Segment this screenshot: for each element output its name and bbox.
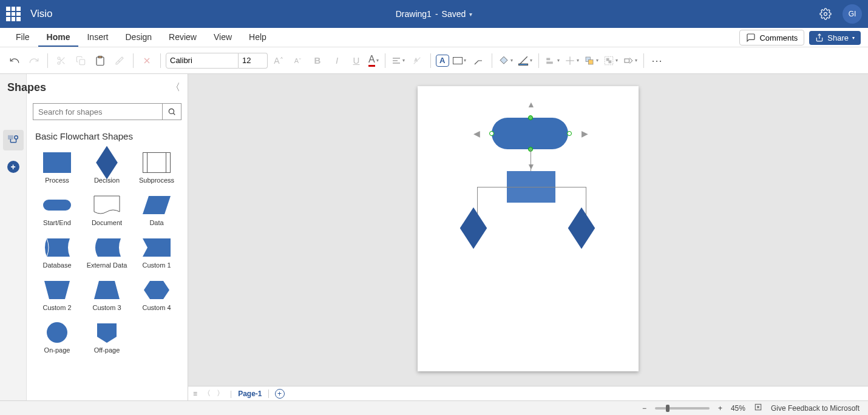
shape-decision[interactable]: Decision <box>83 150 131 186</box>
menu-bar: File Home Insert Design Review View Help… <box>0 28 868 47</box>
selection-handle[interactable] <box>489 131 494 136</box>
shape-subprocess[interactable]: Subprocess <box>132 150 181 186</box>
svg-text:A: A <box>415 58 418 62</box>
svg-point-3 <box>58 62 60 64</box>
svg-marker-38 <box>97 323 117 343</box>
svg-line-6 <box>59 59 61 61</box>
tab-list-icon[interactable]: ≡ <box>193 390 197 398</box>
selection-handle[interactable] <box>528 115 533 120</box>
copy-button[interactable] <box>72 52 89 69</box>
shape-tool-button[interactable]: ▾ <box>452 56 467 66</box>
align-shapes-button[interactable]: ▾ <box>544 54 561 67</box>
status-bar: − + 45% Give Feedback to Microsoft <box>0 400 868 415</box>
text-tool-button[interactable]: A <box>436 55 449 67</box>
underline-button[interactable]: U <box>348 52 365 69</box>
user-avatar[interactable]: GI <box>843 4 862 24</box>
shape-data[interactable]: Data <box>132 192 181 229</box>
shape-custom-2[interactable]: Custom 2 <box>33 277 81 314</box>
shape-custom-4[interactable]: Custom 4 <box>132 277 181 314</box>
arrange-button[interactable]: ▾ <box>583 54 600 67</box>
font-name-input[interactable] <box>166 53 239 69</box>
tab-design[interactable]: Design <box>117 29 160 47</box>
connector[interactable] <box>477 187 586 187</box>
font-size-input[interactable] <box>239 53 268 69</box>
share-button[interactable]: Share ▾ <box>809 31 861 45</box>
shape-custom-3[interactable]: Custom 3 <box>83 277 131 314</box>
shapes-panel-title: Shapes <box>7 81 46 94</box>
format-painter-button[interactable] <box>111 52 128 69</box>
svg-marker-35 <box>44 281 70 299</box>
shape-custom-1[interactable]: Custom 1 <box>132 235 181 271</box>
paste-button[interactable] <box>92 52 109 69</box>
app-launcher-icon[interactable] <box>6 7 21 21</box>
font-color-button[interactable]: A▾ <box>367 53 380 68</box>
fit-page-button[interactable] <box>754 403 762 413</box>
tab-review[interactable]: Review <box>160 29 205 47</box>
svg-marker-33 <box>143 196 171 214</box>
svg-rect-17 <box>546 61 553 64</box>
grow-font-button[interactable]: A˄ <box>270 52 287 69</box>
undo-button[interactable] <box>6 52 23 69</box>
feedback-link[interactable]: Give Feedback to Microsoft <box>771 404 860 413</box>
shapes-panel: Shapes 〈 + Basic Flowchart Shapes Proces… <box>0 74 188 400</box>
zoom-level[interactable]: 45% <box>731 404 745 413</box>
tab-home[interactable]: Home <box>38 29 79 47</box>
tab-insert[interactable]: Insert <box>78 29 117 47</box>
position-button[interactable]: ▾ <box>563 54 580 67</box>
svg-rect-21 <box>588 59 593 64</box>
comments-button[interactable]: Comments <box>739 30 804 46</box>
zoom-out-button[interactable]: − <box>642 404 646 413</box>
settings-icon[interactable] <box>819 8 832 20</box>
collapse-panel-button[interactable]: 〈 <box>171 81 180 94</box>
connector[interactable] <box>531 149 531 171</box>
doc-name: Drawing1 <box>396 9 432 19</box>
text-rotate-button[interactable]: A <box>409 52 426 69</box>
svg-rect-24 <box>609 61 611 63</box>
group-button[interactable]: ▾ <box>602 54 619 67</box>
drawing-page[interactable]: ▲ ◀ ▶ ▼ <box>418 86 639 371</box>
next-page-button[interactable]: 〉 <box>217 388 224 399</box>
shapes-search-input[interactable] <box>33 103 162 120</box>
zoom-slider[interactable] <box>655 407 710 410</box>
fill-color-button[interactable]: ▾ <box>497 54 514 67</box>
cut-button[interactable] <box>53 52 70 69</box>
autoconnect-arrow-icon[interactable]: ▲ <box>527 100 535 109</box>
change-shape-button[interactable]: ▾ <box>622 54 639 67</box>
align-button[interactable]: ▾ <box>390 55 406 67</box>
canvas[interactable]: ▲ ◀ ▶ ▼ <box>188 74 868 400</box>
tab-file[interactable]: File <box>7 29 38 47</box>
delete-button[interactable] <box>138 52 155 69</box>
bold-button[interactable]: B <box>309 52 326 69</box>
add-page-button[interactable]: + <box>275 389 285 399</box>
shape-external-data[interactable]: External Data <box>83 235 131 271</box>
shape-on-page[interactable]: On-page <box>33 320 81 356</box>
prev-page-button[interactable]: 〈 <box>203 388 211 399</box>
more-button[interactable]: ⋯ <box>649 52 666 69</box>
start-end-shape-selected[interactable] <box>492 118 568 149</box>
shape-process[interactable]: Process <box>33 150 81 186</box>
svg-point-31 <box>169 109 174 113</box>
connector-tool-button[interactable] <box>470 52 487 69</box>
document-title[interactable]: Drawing1 - Saved ▾ <box>396 9 473 19</box>
shape-off-page[interactable]: Off-page <box>83 320 131 356</box>
rail-stencil-button[interactable] <box>3 130 24 150</box>
svg-rect-16 <box>546 58 550 60</box>
line-color-button[interactable]: ▾ <box>517 54 534 67</box>
tab-view[interactable]: View <box>205 29 240 47</box>
svg-rect-25 <box>625 59 629 62</box>
stencil-title: Basic Flowchart Shapes <box>35 131 179 141</box>
italic-button[interactable]: I <box>328 52 345 69</box>
page-tab[interactable]: Page-1 <box>238 390 268 398</box>
autoconnect-arrow-icon[interactable]: ◀ <box>473 129 480 138</box>
tab-help[interactable]: Help <box>240 29 275 47</box>
rail-add-button[interactable]: + <box>3 157 24 177</box>
redo-button[interactable] <box>25 52 42 69</box>
zoom-in-button[interactable]: + <box>718 404 722 413</box>
shrink-font-button[interactable]: A˅ <box>290 52 307 69</box>
shapes-search-button[interactable] <box>162 103 181 120</box>
selection-handle[interactable] <box>567 131 572 136</box>
autoconnect-arrow-icon[interactable]: ▶ <box>581 129 588 138</box>
shape-start-end[interactable]: Start/End <box>33 192 81 229</box>
shape-database[interactable]: Database <box>33 235 81 271</box>
shape-document[interactable]: Document <box>83 192 131 229</box>
